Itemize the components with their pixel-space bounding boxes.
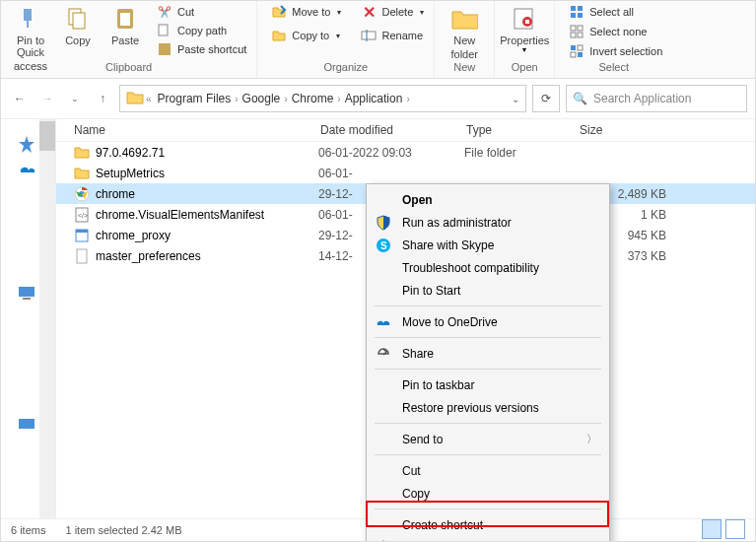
- rename-icon: [361, 28, 377, 43]
- blank-icon: [375, 191, 392, 209]
- svg-rect-11: [525, 20, 529, 24]
- context-item-run-as-administrator[interactable]: Run as administrator: [367, 211, 609, 234]
- svg-rect-20: [571, 45, 576, 50]
- ribbon: Pin to Quick access Copy Paste ✂️Cut Cop…: [1, 1, 755, 79]
- refresh-button[interactable]: ⟳: [532, 85, 560, 112]
- navigation-pane[interactable]: [1, 119, 56, 529]
- context-item-delete[interactable]: Delete: [367, 536, 609, 542]
- context-separator: [375, 337, 601, 338]
- column-date[interactable]: Date modified: [320, 123, 466, 137]
- blank-icon: [375, 485, 392, 503]
- folder-icon: [450, 5, 478, 33]
- new-folder-button[interactable]: New folder: [441, 3, 488, 60]
- copy-to-button[interactable]: Copy to▾: [267, 27, 345, 44]
- svg-rect-26: [19, 419, 34, 429]
- search-box[interactable]: 🔍 Search Application: [566, 85, 747, 112]
- skype-icon: S: [375, 237, 392, 254]
- rename-button[interactable]: Rename: [357, 27, 428, 44]
- breadcrumb-item[interactable]: Program Files: [154, 92, 236, 105]
- move-to-icon: [271, 4, 287, 20]
- svg-rect-15: [578, 13, 583, 18]
- select-none-button[interactable]: Select none: [565, 23, 666, 40]
- tree-scrollbar[interactable]: [39, 119, 55, 529]
- context-label: Run as administrator: [402, 216, 512, 230]
- context-separator: [375, 508, 601, 509]
- forward-button[interactable]: →: [36, 88, 58, 109]
- column-name[interactable]: Name: [56, 123, 320, 137]
- context-label: Pin to Start: [402, 284, 460, 298]
- properties-button[interactable]: Properties ▾: [501, 3, 548, 55]
- breadcrumb-item[interactable]: Application: [341, 92, 407, 105]
- select-none-icon: [569, 24, 584, 39]
- file-name: 97.0.4692.71: [96, 146, 318, 160]
- svg-rect-4: [120, 13, 130, 26]
- file-row[interactable]: SetupMetrics06-01-: [56, 163, 755, 183]
- scissors-icon: ✂️: [157, 4, 172, 20]
- view-large-button[interactable]: [725, 519, 745, 539]
- view-details-button[interactable]: [702, 519, 722, 539]
- delete-button[interactable]: ✕Delete▾: [357, 3, 428, 21]
- file-name: master_preferences: [96, 249, 318, 263]
- chevron-down-icon: ▾: [420, 8, 424, 17]
- svg-rect-21: [578, 45, 583, 50]
- select-all-button[interactable]: Select all: [565, 3, 666, 21]
- folder-icon: [126, 90, 144, 108]
- this-pc-icon[interactable]: [17, 285, 38, 306]
- breadcrumb-item[interactable]: Google: [239, 92, 285, 105]
- context-item-copy[interactable]: Copy: [367, 482, 609, 505]
- file-row[interactable]: 97.0.4692.7106-01-2022 09:03File folder: [56, 142, 755, 163]
- group-label-clipboard: Clipboard: [105, 60, 152, 76]
- move-to-button[interactable]: Move to▾: [267, 3, 345, 21]
- onedrive-icon[interactable]: [17, 163, 38, 184]
- context-label: Troubleshoot compatibility: [402, 261, 539, 275]
- chevron-right-icon: ›: [406, 94, 409, 104]
- context-separator: [375, 305, 601, 306]
- column-headers[interactable]: Name Date modified Type Size: [56, 119, 755, 142]
- file-type: File folder: [464, 146, 578, 160]
- quick-access-icon[interactable]: [17, 135, 38, 157]
- cut-button[interactable]: ✂️Cut: [153, 3, 250, 21]
- context-item-open[interactable]: Open: [367, 188, 609, 211]
- context-item-send-to[interactable]: Send to〉: [367, 428, 609, 450]
- context-menu: OpenRun as administratorSShare with Skyp…: [366, 183, 610, 542]
- svg-rect-17: [578, 26, 583, 31]
- svg-rect-32: [76, 230, 88, 233]
- context-item-share[interactable]: Share: [367, 342, 609, 365]
- svg-rect-2: [73, 13, 85, 29]
- column-size[interactable]: Size: [580, 123, 668, 137]
- context-item-cut[interactable]: Cut: [367, 459, 609, 482]
- context-item-troubleshoot-compatibility[interactable]: Troubleshoot compatibility: [367, 256, 609, 279]
- file-icon: [74, 248, 90, 264]
- back-button[interactable]: ←: [9, 88, 31, 109]
- onedrive-icon: [375, 313, 392, 331]
- recent-dropdown[interactable]: ⌄: [64, 88, 86, 109]
- context-item-move-to-onedrive[interactable]: Move to OneDrive: [367, 310, 609, 333]
- file-name: chrome.VisualElementsManifest: [96, 208, 318, 222]
- invert-selection-button[interactable]: Invert selection: [565, 42, 666, 60]
- copy-path-button[interactable]: Copy path: [153, 22, 250, 39]
- paste-shortcut-button[interactable]: Paste shortcut: [153, 40, 250, 58]
- chevron-down-icon[interactable]: ⌄: [512, 94, 519, 104]
- context-item-share-with-skype[interactable]: SShare with Skype: [367, 234, 609, 256]
- file-icon: [74, 166, 90, 181]
- up-button[interactable]: ↑: [92, 88, 113, 109]
- context-label: Pin to taskbar: [402, 378, 474, 392]
- share-icon: [375, 345, 392, 363]
- paste-button[interactable]: Paste: [102, 3, 149, 46]
- blank-icon: [375, 282, 392, 300]
- context-item-restore-previous-versions[interactable]: Restore previous versions: [367, 396, 609, 419]
- network-icon[interactable]: [17, 417, 38, 439]
- column-type[interactable]: Type: [466, 123, 580, 137]
- blank-icon: [375, 462, 392, 480]
- pin-to-quick-access-button[interactable]: Pin to Quick access: [7, 3, 54, 72]
- context-item-create-shortcut[interactable]: Create shortcut: [367, 513, 609, 536]
- svg-rect-33: [77, 249, 87, 263]
- copy-button[interactable]: Copy: [54, 3, 102, 46]
- breadcrumb-item[interactable]: Chrome: [288, 92, 338, 105]
- address-bar[interactable]: « Program Files›Google›Chrome›Applicatio…: [119, 85, 526, 112]
- svg-rect-24: [19, 287, 34, 297]
- svg-rect-12: [571, 6, 576, 11]
- context-item-pin-to-taskbar[interactable]: Pin to taskbar: [367, 373, 609, 396]
- svg-rect-16: [571, 26, 576, 31]
- context-item-pin-to-start[interactable]: Pin to Start: [367, 279, 609, 302]
